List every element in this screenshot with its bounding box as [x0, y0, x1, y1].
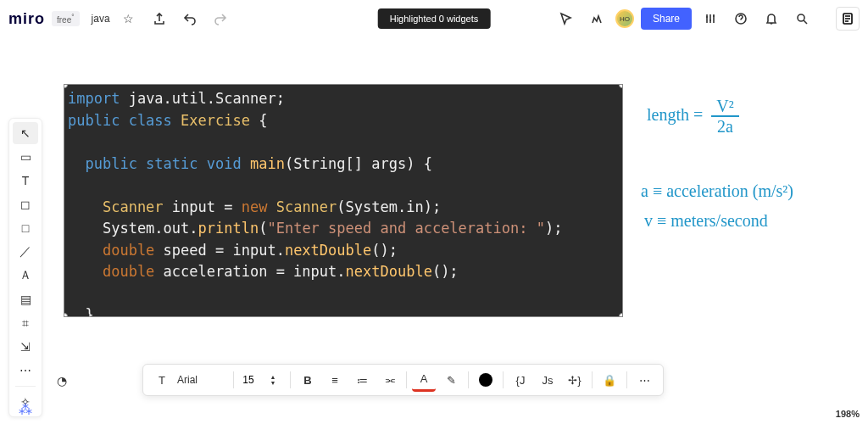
fb-list-icon[interactable]: ≔: [350, 368, 374, 392]
tool-more[interactable]: ⋯: [13, 360, 38, 382]
canvas[interactable]: ↖ ▭ T ◻ □ ／ Ａ ▤ ⌗ ⇲ ⋯ ✧ ◔ import java.ut…: [0, 37, 868, 424]
tool-templates[interactable]: ▭: [13, 146, 38, 168]
tool-frame[interactable]: ⌗: [13, 312, 38, 334]
fb-type-icon[interactable]: T: [150, 368, 174, 392]
resize-handle-tl[interactable]: [64, 84, 68, 88]
fb-font-input[interactable]: [177, 374, 228, 386]
star-icon[interactable]: ☆: [117, 7, 141, 31]
fb-align-icon[interactable]: ≡: [323, 368, 347, 392]
tool-cursor[interactable]: ↖: [13, 122, 38, 144]
fb-size[interactable]: 15: [239, 374, 258, 386]
avatar[interactable]: HO: [615, 9, 634, 28]
code-widget[interactable]: import java.util.Scanner; public class E…: [64, 84, 623, 317]
export-icon[interactable]: [147, 7, 171, 31]
tool-upload[interactable]: ⇲: [13, 336, 38, 358]
plan-badge[interactable]: free°: [52, 11, 80, 26]
notification-toast: Highlighted 0 widgets: [378, 8, 491, 29]
settings-icon[interactable]: [698, 7, 722, 31]
tool-pen[interactable]: Ａ: [13, 265, 38, 287]
resize-handle-tr[interactable]: [619, 84, 623, 88]
help-icon[interactable]: [729, 7, 753, 31]
spinner-icon: ◔: [49, 370, 75, 392]
fb-highlight-icon[interactable]: ✎: [439, 368, 463, 392]
fb-lock-icon[interactable]: 🔒: [598, 368, 621, 392]
board-name[interactable]: java: [92, 13, 110, 25]
handwriting-v: v ≡ meters/second: [644, 211, 768, 231]
fb-size-stepper[interactable]: ▲▼: [261, 368, 285, 392]
tool-line[interactable]: ／: [13, 241, 38, 263]
tool-sticky[interactable]: ◻: [13, 193, 38, 215]
fb-code2[interactable]: Js: [536, 368, 559, 392]
miro-logo: miro: [8, 10, 45, 28]
resize-handle-br[interactable]: [619, 313, 623, 317]
fb-more-icon[interactable]: ⋯: [632, 368, 656, 392]
search-icon[interactable]: [790, 7, 814, 31]
fb-textcolor[interactable]: A: [412, 368, 436, 392]
tool-shape[interactable]: □: [13, 217, 38, 239]
zoom-level[interactable]: 198%: [836, 409, 860, 419]
left-toolbar: ↖ ▭ T ◻ □ ／ Ａ ▤ ⌗ ⇲ ⋯ ✧: [8, 118, 42, 417]
resize-handle-bl[interactable]: [64, 313, 68, 317]
fb-code3[interactable]: ✢}: [563, 368, 587, 392]
fb-bold[interactable]: B: [296, 368, 320, 392]
bell-icon[interactable]: [760, 7, 783, 31]
redo-icon[interactable]: [209, 7, 232, 31]
tool-text[interactable]: T: [13, 170, 38, 192]
handwriting-equation: length = V²2a: [647, 97, 739, 136]
notes-panel-icon[interactable]: [836, 7, 860, 31]
fb-link-icon[interactable]: ⫘: [377, 368, 401, 392]
cursor-mode-icon[interactable]: [554, 7, 578, 31]
hint-icon[interactable]: ⁂: [19, 401, 32, 417]
format-toolbar: T 15 ▲▼ B ≡ ≔ ⫘ A ✎ {J Js ✢} 🔒 ⋯: [142, 364, 664, 396]
handwriting-a: a ≡ acceleration (m/s²): [641, 181, 793, 201]
reactions-icon[interactable]: [585, 7, 609, 31]
tool-comment[interactable]: ▤: [13, 288, 38, 310]
undo-icon[interactable]: [178, 7, 202, 31]
share-button[interactable]: Share: [641, 8, 692, 30]
fb-code1[interactable]: {J: [509, 368, 532, 392]
fb-fillcolor[interactable]: [474, 368, 498, 392]
svg-point-1: [798, 14, 804, 21]
